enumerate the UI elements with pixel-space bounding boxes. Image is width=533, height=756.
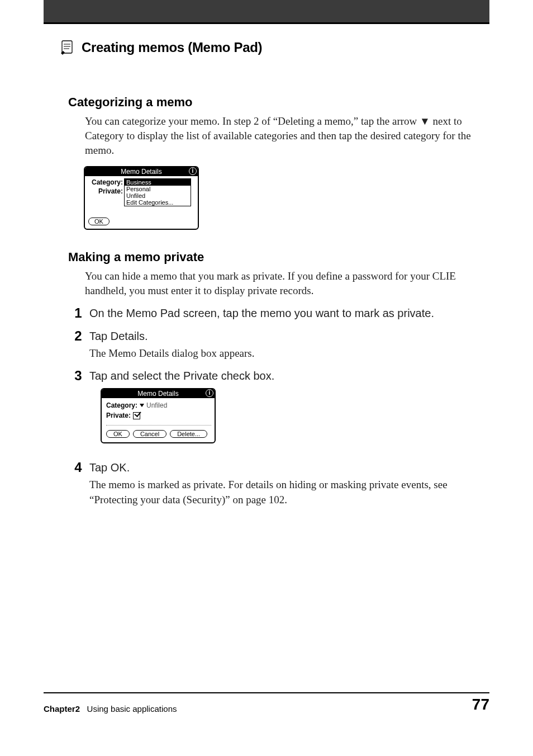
category-dropdown: Business Personal Unfiled Edit Categorie…	[124, 178, 191, 206]
label-private: Private:	[106, 412, 131, 419]
value-category: Unfiled	[146, 401, 167, 409]
dialog-title-text: Memo Details	[121, 168, 161, 176]
heading-private: Making a memo private	[68, 250, 489, 264]
label-category: Category:	[88, 178, 123, 186]
dropdown-arrow-icon	[140, 404, 144, 407]
step-number: 4	[67, 461, 89, 474]
paragraph-categorizing: You can categorize your memo. In step 2 …	[85, 114, 489, 158]
row-category: Category: Unfiled	[106, 401, 211, 409]
ok-button: OK	[106, 430, 130, 438]
step-text: On the Memo Pad screen, tap the memo you…	[89, 306, 434, 321]
paragraph-private: You can hide a memo that you mark as pri…	[85, 269, 489, 298]
delete-button: Delete...	[170, 430, 207, 438]
step-text: Tap Details.	[89, 329, 148, 344]
page-title: Creating memos (Memo Pad)	[82, 40, 262, 55]
memo-pad-icon	[59, 39, 76, 56]
dropdown-option: Business	[125, 179, 191, 186]
footer-chapter: Chapter2	[44, 704, 80, 714]
dropdown-option: Personal	[125, 186, 191, 192]
ok-button: OK	[88, 218, 110, 225]
step-number: 1	[67, 306, 89, 320]
step-number: 3	[67, 369, 89, 382]
footer-left: Chapter2 Using basic applications	[44, 704, 177, 714]
step-4-continuation: The memo is marked as private. For detai…	[89, 478, 489, 507]
footer-page-number: 77	[472, 696, 489, 714]
step-2: 2 Tap Details.	[67, 329, 489, 344]
private-checkbox-checked-icon	[133, 412, 140, 419]
dialog-title: Memo Details i	[85, 167, 198, 176]
page-title-row: Creating memos (Memo Pad)	[59, 39, 262, 56]
heading-categorizing: Categorizing a memo	[68, 95, 489, 110]
step-text: Tap OK.	[89, 460, 130, 475]
dropdown-option: Edit Categories...	[125, 199, 191, 206]
figure-memo-details-private: Memo Details i Category: Unfiled Private…	[101, 388, 489, 443]
step-4: 4 Tap OK.	[67, 460, 489, 475]
row-private: Private:	[106, 412, 211, 419]
header-rule	[44, 22, 489, 24]
footer-chapter-text: Using basic applications	[87, 704, 177, 714]
footer: Chapter2 Using basic applications 77	[44, 696, 489, 714]
header-band	[44, 0, 489, 22]
info-icon: i	[206, 389, 213, 397]
figure-memo-details-dropdown: Memo Details i Category: Private: Busine…	[84, 166, 489, 230]
page: Creating memos (Memo Pad) Categorizing a…	[0, 0, 533, 756]
step-1: 1 On the Memo Pad screen, tap the memo y…	[67, 306, 489, 321]
label-category: Category:	[106, 401, 137, 409]
cancel-button: Cancel	[133, 430, 166, 438]
step-3: 3 Tap and select the Private check box.	[67, 368, 489, 384]
text: You can categorize your memo. In step 2 …	[85, 115, 420, 127]
content: Categorizing a memo You can categorize y…	[67, 95, 489, 507]
info-icon: i	[189, 167, 197, 175]
step-2-continuation: The Memo Details dialog box appears.	[89, 346, 489, 361]
label-private: Private:	[88, 187, 123, 195]
step-text: Tap and select the Private check box.	[89, 368, 274, 384]
dialog-title: Memo Details i	[102, 389, 215, 398]
dropdown-option: Unfiled	[125, 192, 191, 199]
down-arrow-icon: ▼	[420, 115, 430, 127]
dialog-title-text: Memo Details	[137, 390, 178, 398]
footer-rule	[44, 692, 489, 693]
step-number: 2	[67, 329, 89, 343]
